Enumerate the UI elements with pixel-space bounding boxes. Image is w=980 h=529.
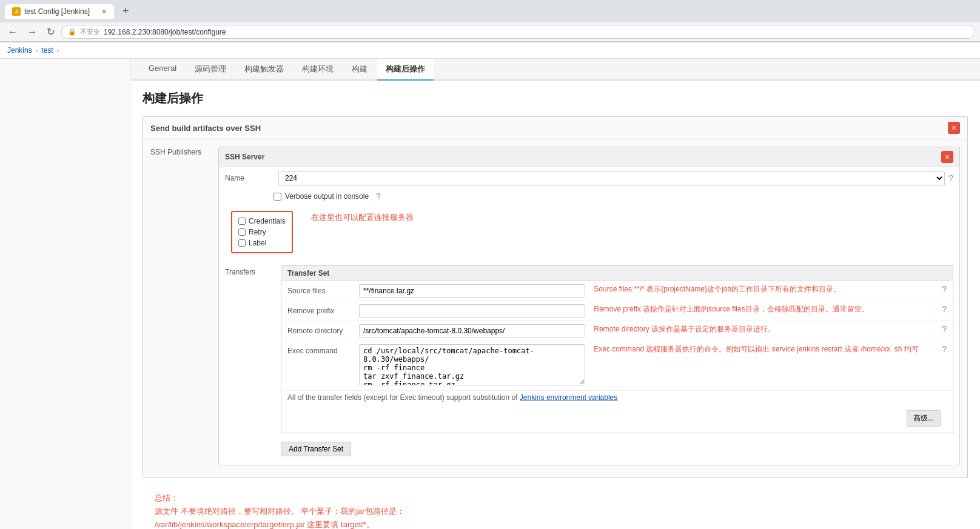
remote-dir-annotation: Remote directory 该操作是基于设定的服务器目录进行。	[594, 324, 933, 334]
close-tab-button[interactable]: ×	[102, 7, 107, 16]
exec-cmd-annotation: Exec command 远程服务器执行的命令。例如可以输出 service j…	[594, 344, 933, 354]
ssh-panel: Send build artifacts over SSH × SSH Publ…	[143, 116, 968, 478]
credentials-annotation: 在这里也可以配置连接服务器	[311, 213, 414, 222]
close-ssh-panel-button[interactable]: ×	[948, 122, 960, 134]
remove-prefix-label: Remove prefix	[287, 304, 354, 315]
credentials-item-credentials: Credentials	[238, 216, 286, 227]
name-row: Name 224 ?	[219, 167, 959, 189]
remote-dir-help-icon[interactable]: ?	[942, 324, 947, 334]
name-field-wrap: 224 ?	[278, 171, 953, 185]
retry-checkbox[interactable]	[238, 228, 246, 236]
tab-post-build[interactable]: 构建后操作	[377, 59, 434, 81]
forward-button[interactable]: →	[24, 25, 40, 39]
source-files-help-icon[interactable]: ?	[942, 284, 947, 294]
transfer-set-header: Transfer Set	[281, 266, 953, 281]
remote-dir-field	[359, 324, 585, 338]
exec-cmd-field: cd /usr/local/src/tomcat/apache-tomcat-8…	[359, 344, 585, 387]
ssh-panel-title: Send build artifacts over SSH	[150, 124, 261, 133]
credentials-area: Credentials Retry Label	[219, 204, 959, 261]
back-button[interactable]: ←	[5, 25, 21, 39]
source-files-label: Source files	[287, 284, 354, 295]
transfer-set-panel: Transfer Set Source files So	[281, 265, 953, 433]
verbose-row: Verbose output in console ?	[219, 189, 959, 204]
name-help-icon[interactable]: ?	[948, 173, 953, 183]
transfers-label: Transfers	[225, 265, 274, 460]
add-transfer-set-button[interactable]: Add Transfer Set	[281, 442, 351, 456]
exec-cmd-help-icon[interactable]: ?	[942, 344, 947, 354]
close-ssh-server-button[interactable]: ×	[941, 151, 953, 163]
breadcrumb: Jenkins › test ›	[0, 42, 980, 59]
name-label: Name	[225, 174, 274, 182]
advanced-button[interactable]: 高级...	[907, 410, 941, 427]
favicon-icon: J	[12, 7, 21, 16]
browser-titlebar: J test Config [Jenkins] × +	[0, 0, 980, 22]
jenkins-container: Jenkins › test › General 源码管理 构建触发器 构建环境	[0, 42, 980, 529]
source-files-row: Source files Source files **/* 表示{projec…	[281, 281, 953, 301]
exec-cmd-textarea[interactable]: cd /usr/local/src/tomcat/apache-tomcat-8…	[359, 344, 585, 385]
ssh-panel-header: Send build artifacts over SSH ×	[143, 117, 967, 139]
credentials-checkbox[interactable]	[238, 218, 246, 225]
ssh-server-header: SSH Server ×	[219, 147, 959, 167]
jenkins-sidebar	[0, 59, 130, 529]
remove-prefix-annotation: Remove prefix 该操作是针对上面的source files目录，会移…	[594, 304, 933, 314]
env-link[interactable]: Jenkins environment variables	[520, 393, 617, 402]
transfers-body: Transfer Set Source files So	[281, 265, 953, 460]
tab-triggers[interactable]: 构建触发器	[236, 59, 292, 81]
breadcrumb-sep-1: ›	[36, 47, 38, 54]
publishers-body: SSH Server × Name 224	[218, 147, 960, 470]
tab-source[interactable]: 源码管理	[186, 59, 235, 81]
summary-title: 总结：	[155, 491, 956, 505]
config-tabs: General 源码管理 构建触发器 构建环境 构建 构建后操作	[130, 59, 980, 81]
publishers-row: SSH Publishers SSH Server × Name	[143, 139, 967, 477]
remove-prefix-row: Remove prefix Remove prefix 该操作是针对上面的sou…	[281, 301, 953, 321]
breadcrumb-jenkins[interactable]: Jenkins	[7, 46, 32, 55]
remove-prefix-field	[359, 304, 585, 318]
verbose-help-icon[interactable]: ?	[376, 191, 381, 201]
verbose-label: Verbose output in console	[285, 192, 369, 201]
source-files-input[interactable]	[359, 284, 585, 298]
credentials-label: Credentials	[249, 217, 286, 225]
retry-label: Retry	[249, 228, 266, 236]
browser-tab[interactable]: J test Config [Jenkins] ×	[5, 4, 114, 19]
breadcrumb-sep-2: ›	[57, 47, 59, 54]
lock-icon: 🔒	[68, 28, 76, 36]
jenkins-content: General 源码管理 构建触发器 构建环境 构建 构建后操作	[130, 59, 980, 529]
jenkins-main: General 源码管理 构建触发器 构建环境 构建 构建后操作	[0, 59, 980, 529]
refresh-button[interactable]: ↻	[44, 25, 58, 39]
source-files-annotation: Source files **/* 表示{projectName}这个job的工…	[594, 284, 933, 294]
page-section: 构建后操作 Send build artifacts over SSH × SS…	[130, 81, 980, 529]
verbose-checkbox[interactable]	[274, 193, 281, 201]
publishers-label: SSH Publishers	[150, 147, 211, 470]
new-tab-button[interactable]: +	[119, 4, 133, 19]
tab-title: test Config [Jenkins]	[24, 7, 90, 16]
credentials-box: Credentials Retry Label	[231, 211, 293, 253]
browser-chrome: J test Config [Jenkins] × + ← → ↻ 🔒 不安全 …	[0, 0, 980, 42]
tab-env[interactable]: 构建环境	[294, 59, 342, 81]
exec-cmd-label: Exec command	[287, 344, 354, 355]
unsecure-text: 不安全	[80, 27, 100, 36]
advanced-row: 高级...	[281, 404, 953, 433]
ssh-server-title: SSH Server	[225, 153, 264, 161]
name-select[interactable]: 224	[278, 171, 945, 185]
tab-build[interactable]: 构建	[343, 59, 376, 81]
exec-cmd-row: Exec command cd /usr/local/src/tomcat/ap…	[281, 341, 953, 391]
address-bar[interactable]: 🔒 不安全 192.168.2.230:8080/job/test/config…	[61, 25, 975, 39]
credentials-annotation-wrap: 在这里也可以配置连接服务器	[311, 207, 414, 223]
remove-prefix-help-icon[interactable]: ?	[942, 304, 947, 314]
summary-section: 总结： 源文件 不要填绝对路径，要写相对路径。 举个栗子：我的jar包路径是： …	[143, 485, 968, 529]
credentials-item-retry: Retry	[238, 227, 286, 238]
bottom-note: All of the transfer fields (except for E…	[281, 391, 953, 404]
page-title: 构建后操作	[143, 90, 968, 107]
remote-dir-input[interactable]	[359, 324, 585, 338]
remove-prefix-input[interactable]	[359, 304, 585, 318]
remote-dir-row: Remote directory Remote directory 该操作是基于…	[281, 321, 953, 341]
transfers-row: Transfers Transfer Set Source files	[219, 261, 959, 465]
label-checkbox[interactable]	[238, 239, 246, 247]
browser-nav: ← → ↻ 🔒 不安全 192.168.2.230:8080/job/test/…	[0, 22, 980, 42]
summary-line-1: 源文件 不要填绝对路径，要写相对路径。 举个栗子：我的jar包路径是：	[155, 505, 956, 518]
remote-dir-label: Remote directory	[287, 324, 354, 335]
breadcrumb-test[interactable]: test	[41, 46, 53, 55]
summary-line-2: /var/lib/jenkins/workspace/erp/target/er…	[155, 518, 956, 529]
tab-general[interactable]: General	[140, 59, 185, 81]
source-files-field	[359, 284, 585, 298]
